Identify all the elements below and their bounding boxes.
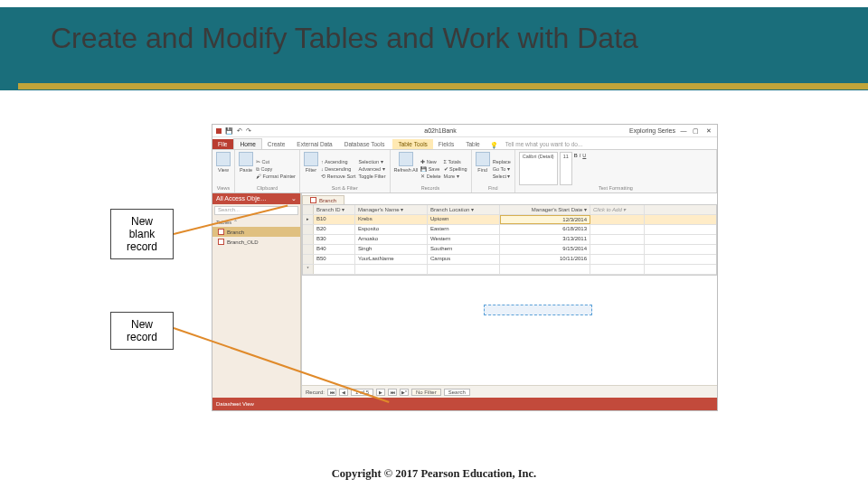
window-title: a02h1Bank (424, 127, 456, 134)
new-record-nav-button[interactable]: ▶* (400, 389, 409, 396)
row-selector[interactable]: ▸ (303, 215, 314, 224)
col-start-date[interactable]: Manager's Start Date ▾ (500, 205, 590, 214)
group-sort-label: Sort & Filter (304, 185, 386, 191)
ribbon-tabs: File Home Create External Data Database … (212, 137, 717, 150)
totals-button[interactable]: Σ Totals (444, 158, 467, 165)
tab-file[interactable]: File (212, 139, 233, 149)
select-button[interactable]: Select ▾ (493, 173, 511, 180)
prev-record-button[interactable]: ◀ (339, 389, 348, 396)
cut-button[interactable]: ✂ Cut (256, 158, 296, 165)
filter-indicator[interactable]: No Filter (411, 389, 441, 396)
nav-item-branch-old[interactable]: Branch_OLD (212, 237, 300, 247)
tab-table[interactable]: Table (460, 139, 486, 149)
callout-new-record: New record (110, 312, 174, 350)
maximize-button[interactable]: ▢ (692, 127, 701, 135)
collapse-icon: ⌃ (233, 220, 238, 225)
qa-save-icon[interactable]: 💾 (225, 127, 233, 135)
status-label: Datasheet View (216, 401, 254, 407)
account-label: Exploring Series (629, 127, 675, 134)
statusbar: Datasheet View (212, 398, 717, 410)
qa-redo-icon[interactable]: ↷ (246, 127, 251, 135)
goto-button[interactable]: Go To ▾ (493, 165, 511, 173)
col-click-to-add[interactable]: Click to Add ▾ (590, 205, 645, 214)
lightbulb-icon: 💡 (490, 142, 498, 149)
table-icon (310, 197, 316, 203)
tab-database-tools[interactable]: Database Tools (339, 139, 392, 149)
group-records-label: Records (394, 185, 467, 191)
ascending-button[interactable]: ↑ Ascending (321, 158, 356, 165)
tab-fields[interactable]: Fields (433, 139, 460, 149)
close-button[interactable]: ✕ (704, 127, 713, 135)
titlebar: 💾 ↶ ↷ a02h1Bank Exploring Series — ▢ ✕ (212, 125, 717, 137)
save-record-button[interactable]: 💾 Save (420, 165, 440, 173)
new-record-row[interactable]: * (303, 265, 716, 275)
col-branch-location[interactable]: Branch Location ▾ (428, 205, 500, 214)
font-size-selector[interactable]: 11 (560, 152, 572, 185)
group-views-label: Views (216, 185, 231, 191)
contextual-header: Table Tools (392, 139, 432, 149)
view-button[interactable]: View (216, 152, 231, 185)
more-button[interactable]: More ▾ (444, 173, 467, 180)
datasheet-grid[interactable]: Branch ID ▾ Manager's Name ▾ Branch Loca… (302, 204, 717, 276)
search-box[interactable]: Search (444, 389, 470, 396)
nav-item-branch[interactable]: Branch (212, 227, 300, 237)
tab-external-data[interactable]: External Data (291, 139, 338, 149)
group-clipboard-label: Clipboard (239, 185, 296, 191)
selection-button[interactable]: Selection ▾ (359, 158, 386, 165)
filter-button[interactable]: Filter (304, 152, 318, 185)
last-record-button[interactable]: ⏭ (388, 389, 397, 396)
callout-new-blank-record: New blank record (110, 209, 174, 259)
table-row[interactable]: ▸ B10 Krebs Uptown 12/3/2014 (303, 215, 716, 225)
table-row[interactable]: B20 Esposito Eastern 6/18/2013 (303, 225, 716, 235)
group-text-label: Text Formatting (519, 185, 712, 191)
toggle-filter-button[interactable]: Toggle Filter (359, 173, 386, 180)
table-row[interactable]: B50 YourLastName Campus 10/11/2016 (303, 255, 716, 265)
tell-me-input[interactable]: Tell me what you want to do... (504, 139, 717, 149)
spelling-button[interactable]: ✔ Spelling (444, 165, 467, 173)
col-manager-name[interactable]: Manager's Name ▾ (355, 205, 428, 214)
underline-button[interactable]: U (582, 152, 586, 185)
recordnav-label: Record: (306, 389, 325, 395)
descending-button[interactable]: ↓ Descending (321, 165, 356, 173)
nav-pane-header[interactable]: All Access Obje… ⌄ (212, 193, 300, 204)
record-navigator: Record: ⏮ ◀ 1 of 5 ▶ ⏭ ▶* No Filter Sear… (302, 385, 717, 398)
table-row[interactable]: B30 Amoako Western 3/13/2011 (303, 235, 716, 245)
next-record-button[interactable]: ▶ (376, 389, 385, 396)
format-painter-button[interactable]: 🖌 Format Painter (256, 173, 296, 180)
minimize-button[interactable]: — (679, 127, 688, 134)
datasheet-area: Branch Branch ID ▾ Manager's Name ▾ Bran… (301, 193, 717, 398)
tab-home[interactable]: Home (233, 138, 261, 149)
chevron-down-icon: ⌄ (291, 195, 297, 202)
font-selector[interactable]: Calibri (Detail) (519, 152, 558, 185)
new-record-marker: * (303, 265, 314, 274)
slide-title: Create and Modify Tables and Work with D… (51, 20, 638, 56)
group-find-label: Find (476, 185, 511, 191)
replace-button[interactable]: Replace (493, 158, 511, 165)
delete-button[interactable]: ✕ Delete (420, 173, 440, 180)
paste-button[interactable]: Paste (239, 152, 253, 185)
refresh-button[interactable]: Refresh All (394, 152, 419, 185)
ribbon: View Views Paste ✂ Cut ⧉ Copy 🖌 Format P… (212, 150, 717, 193)
document-tab-branch[interactable]: Branch (302, 195, 344, 204)
find-button[interactable]: Find (476, 152, 490, 185)
advanced-button[interactable]: Advanced ▾ (359, 165, 386, 173)
tab-create[interactable]: Create (262, 139, 292, 149)
qa-undo-icon[interactable]: ↶ (237, 127, 242, 135)
table-icon (218, 229, 224, 235)
copyright: Copyright © 2017 Pearson Education, Inc. (0, 467, 868, 481)
copy-button[interactable]: ⧉ Copy (256, 165, 296, 173)
app-icon (216, 128, 222, 134)
italic-button[interactable]: I (580, 152, 581, 185)
cell-highlight (484, 305, 592, 315)
table-header-row: Branch ID ▾ Manager's Name ▾ Branch Loca… (303, 205, 716, 215)
new-record-button[interactable]: ✚ New (420, 158, 440, 165)
col-branch-id[interactable]: Branch ID ▾ (314, 205, 355, 214)
first-record-button[interactable]: ⏮ (327, 389, 336, 396)
remove-sort-button[interactable]: ⟲ Remove Sort (321, 173, 356, 180)
bold-button[interactable]: B (574, 152, 578, 185)
table-row[interactable]: B40 Singh Southern 9/15/2014 (303, 245, 716, 255)
table-icon (218, 239, 224, 245)
